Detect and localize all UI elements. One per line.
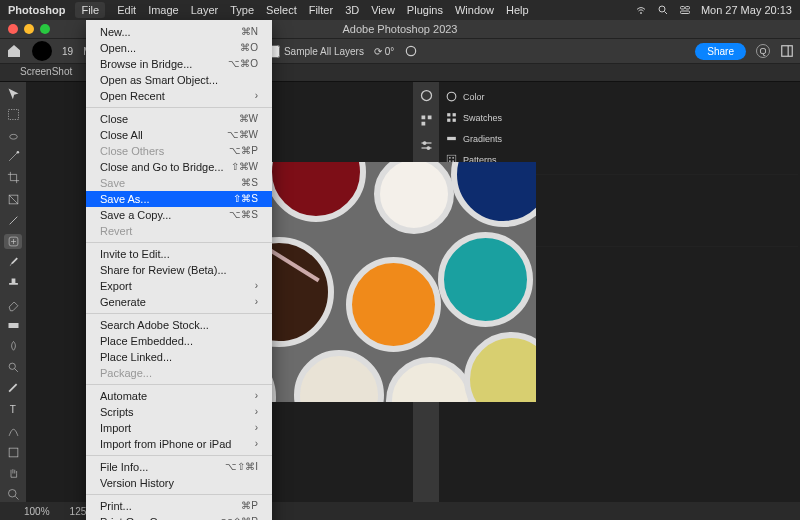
menu-layer[interactable]: Layer bbox=[191, 4, 219, 16]
menuitem-close[interactable]: Close⌘W bbox=[86, 111, 272, 127]
menuitem-open[interactable]: Open...⌘O bbox=[86, 40, 272, 56]
tool-dodge[interactable] bbox=[4, 360, 22, 375]
menu-select[interactable]: Select bbox=[266, 4, 297, 16]
tool-eraser[interactable] bbox=[4, 297, 22, 312]
menuitem-revert: Revert bbox=[86, 223, 272, 239]
brush-size[interactable]: 19 bbox=[62, 46, 73, 57]
brush-preview[interactable] bbox=[32, 41, 52, 61]
menuitem-open-as-smart-object[interactable]: Open as Smart Object... bbox=[86, 72, 272, 88]
menuitem-search-adobe-stock[interactable]: Search Adobe Stock... bbox=[86, 317, 272, 333]
panel-color[interactable]: Color bbox=[441, 86, 798, 107]
menuitem-version-history[interactable]: Version History bbox=[86, 475, 272, 491]
menuitem-import[interactable]: Import› bbox=[86, 420, 272, 436]
menuitem-browse-in-bridge[interactable]: Browse in Bridge...⌥⌘O bbox=[86, 56, 272, 72]
tool-frame[interactable] bbox=[4, 191, 22, 206]
color-icon[interactable] bbox=[419, 88, 434, 103]
tool-wand[interactable] bbox=[4, 149, 22, 164]
menuitem-close-and-go-to-bridge[interactable]: Close and Go to Bridge...⇧⌘W bbox=[86, 159, 272, 175]
svg-rect-3 bbox=[680, 7, 684, 10]
zoom-level[interactable]: 100% bbox=[24, 506, 50, 517]
tool-gradient[interactable] bbox=[4, 318, 22, 333]
svg-rect-38 bbox=[447, 137, 456, 140]
window-traffic-lights[interactable] bbox=[8, 24, 50, 34]
menuitem-automate[interactable]: Automate› bbox=[86, 388, 272, 404]
menuitem-open-recent[interactable]: Open Recent› bbox=[86, 88, 272, 104]
svg-line-2 bbox=[664, 12, 667, 15]
tool-stamp[interactable] bbox=[4, 276, 22, 291]
tool-lasso[interactable] bbox=[4, 128, 22, 143]
menuitem-import-from-iphone-or-ipad[interactable]: Import from iPhone or iPad› bbox=[86, 436, 272, 452]
search-icon[interactable] bbox=[657, 4, 669, 16]
panel-gradients[interactable]: Gradients bbox=[441, 128, 798, 149]
pressure-icon[interactable] bbox=[404, 44, 418, 58]
svg-rect-5 bbox=[680, 11, 689, 14]
search-help-icon[interactable]: Q bbox=[756, 44, 770, 58]
tool-eyedrop[interactable] bbox=[4, 213, 22, 228]
svg-rect-34 bbox=[447, 113, 450, 116]
menuitem-scripts[interactable]: Scripts› bbox=[86, 404, 272, 420]
menuitem-export[interactable]: Export› bbox=[86, 278, 272, 294]
tool-path[interactable] bbox=[4, 424, 22, 439]
menu-filter[interactable]: Filter bbox=[309, 4, 333, 16]
svg-point-1 bbox=[659, 6, 665, 12]
workspace-icon[interactable] bbox=[780, 44, 794, 58]
tool-pen[interactable] bbox=[4, 381, 22, 396]
menu-image[interactable]: Image bbox=[148, 4, 179, 16]
menuitem-place-embedded[interactable]: Place Embedded... bbox=[86, 333, 272, 349]
menu-help[interactable]: Help bbox=[506, 4, 529, 16]
tool-smudge[interactable] bbox=[4, 339, 22, 354]
menuitem-save-a-copy[interactable]: Save a Copy...⌥⌘S bbox=[86, 207, 272, 223]
tool-zoom[interactable] bbox=[4, 487, 22, 502]
angle-value[interactable]: ⟳ 0° bbox=[374, 46, 394, 57]
menuitem-print-one-copy[interactable]: Print One Copy⌥⇧⌘P bbox=[86, 514, 272, 520]
swatches-icon[interactable] bbox=[419, 113, 434, 128]
menu-type[interactable]: Type bbox=[230, 4, 254, 16]
svg-point-40 bbox=[449, 157, 451, 159]
menuitem-save-as[interactable]: Save As...⇧⌘S bbox=[86, 191, 272, 207]
panel-swatches[interactable]: Swatches bbox=[441, 107, 798, 128]
svg-line-22 bbox=[15, 496, 18, 499]
menuitem-generate[interactable]: Generate› bbox=[86, 294, 272, 310]
minimize-window-icon[interactable] bbox=[24, 24, 34, 34]
svg-point-33 bbox=[447, 92, 456, 101]
menu-3d[interactable]: 3D bbox=[345, 4, 359, 16]
svg-text:T: T bbox=[9, 405, 15, 416]
menuitem-file-info[interactable]: File Info...⌥⇧⌘I bbox=[86, 459, 272, 475]
tool-text[interactable]: T bbox=[4, 402, 22, 417]
home-icon[interactable] bbox=[6, 43, 22, 59]
menuitem-print[interactable]: Print...⌘P bbox=[86, 498, 272, 514]
menuitem-invite-to-edit[interactable]: Invite to Edit... bbox=[86, 246, 272, 262]
menu-file[interactable]: File bbox=[75, 2, 105, 18]
menu-plugins[interactable]: Plugins bbox=[407, 4, 443, 16]
tool-shape[interactable] bbox=[4, 445, 22, 460]
svg-rect-36 bbox=[447, 119, 450, 122]
tool-brush[interactable] bbox=[4, 255, 22, 270]
svg-rect-20 bbox=[9, 448, 18, 457]
menuitem-share-for-review-beta[interactable]: Share for Review (Beta)... bbox=[86, 262, 272, 278]
menuitem-new[interactable]: New...⌘N bbox=[86, 24, 272, 40]
tool-heal[interactable] bbox=[4, 234, 22, 249]
sample-all-layers-checkbox[interactable]: Sample All Layers bbox=[267, 45, 364, 58]
close-window-icon[interactable] bbox=[8, 24, 18, 34]
svg-rect-37 bbox=[453, 119, 456, 122]
menu-window[interactable]: Window bbox=[455, 4, 494, 16]
adjust-icon[interactable] bbox=[419, 138, 434, 153]
menuitem-place-linked[interactable]: Place Linked... bbox=[86, 349, 272, 365]
menuitem-close-others: Close Others⌥⌘P bbox=[86, 143, 272, 159]
svg-point-6 bbox=[407, 46, 416, 55]
tool-move[interactable] bbox=[4, 86, 22, 101]
svg-rect-35 bbox=[453, 113, 456, 116]
svg-point-10 bbox=[16, 151, 19, 154]
svg-rect-16 bbox=[8, 323, 18, 328]
share-button[interactable]: Share bbox=[695, 43, 746, 60]
svg-rect-9 bbox=[8, 110, 18, 120]
menu-edit[interactable]: Edit bbox=[117, 4, 136, 16]
tool-crop[interactable] bbox=[4, 170, 22, 185]
tool-marquee[interactable] bbox=[4, 107, 22, 122]
control-center-icon[interactable] bbox=[679, 4, 691, 16]
zoom-window-icon[interactable] bbox=[40, 24, 50, 34]
menuitem-close-all[interactable]: Close All⌥⌘W bbox=[86, 127, 272, 143]
file-menu-dropdown[interactable]: New...⌘NOpen...⌘OBrowse in Bridge...⌥⌘OO… bbox=[86, 20, 272, 520]
tool-hand[interactable] bbox=[4, 466, 22, 481]
menu-view[interactable]: View bbox=[371, 4, 395, 16]
